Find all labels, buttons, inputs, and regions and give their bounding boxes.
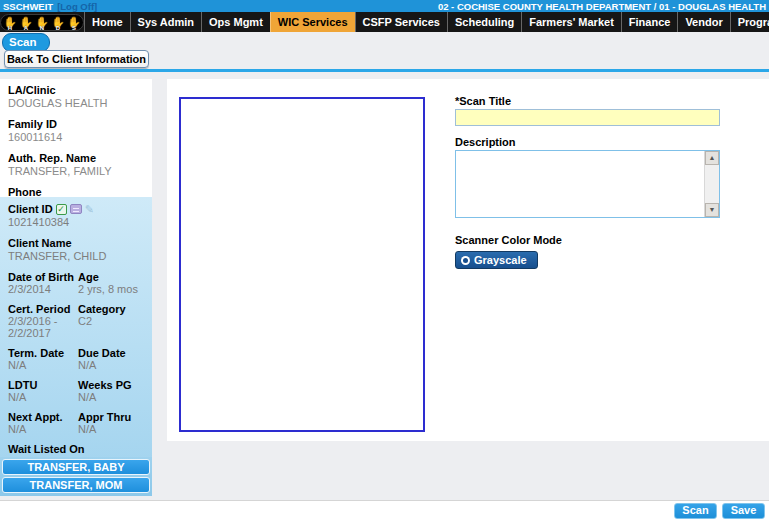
card-icon[interactable] — [70, 204, 82, 214]
scroll-up-icon[interactable]: ▲ — [705, 151, 719, 165]
auth-rep-name-field: Auth. Rep. Name TRANSFER, FAMILY — [8, 152, 152, 177]
hands-logo-oval: ✋H ✋A ✋N ✋D ✋S — [0, 14, 84, 31]
dob-age-row: Date of Birth Age 2/3/2014 2 yrs, 8 mos — [8, 271, 152, 295]
menu-program-integrity[interactable]: Program Integrity — [730, 12, 769, 32]
hand-icon: ✋S — [67, 15, 82, 30]
edit-pencil-icon[interactable]: ✎ — [85, 204, 94, 215]
back-to-client-information-button[interactable]: Back To Client Information — [4, 50, 149, 68]
menu-items: Home Sys Admin Ops Mgmt WIC Services CSF… — [84, 12, 769, 32]
menu-ops-mgmt[interactable]: Ops Mgmt — [201, 12, 270, 32]
main-menu-bar: ✋H ✋A ✋N ✋D ✋S Home Sys Admin Ops Mgmt W… — [0, 12, 769, 32]
scan-title-input[interactable] — [455, 109, 720, 126]
hand-icon: ✋N — [35, 15, 50, 30]
menu-scheduling[interactable]: Scheduling — [447, 12, 521, 32]
family-id-field: Family ID 160011614 — [8, 118, 152, 143]
log-off-link[interactable]: [Log Off] — [57, 1, 97, 12]
grayscale-mode-button[interactable]: Grayscale — [455, 251, 538, 269]
scan-button[interactable]: Scan — [674, 503, 717, 519]
logged-in-user: SSCHWEIT — [3, 1, 53, 12]
save-button[interactable]: Save — [722, 503, 765, 519]
client-detail-panel: Client ID ✓ ✎ 1021410384 Client Name TRA… — [0, 197, 152, 496]
scan-preview-area — [179, 97, 425, 432]
hand-icon: ✋H — [3, 15, 18, 30]
family-member-transfer-mom-button[interactable]: TRANSFER, MOM — [2, 477, 150, 493]
radio-selected-icon — [461, 256, 470, 265]
nextappt-apprthru-row: Next Appt. Appr Thru N/A N/A — [8, 411, 152, 435]
scan-title-label: *Scan Title — [455, 95, 720, 107]
divider — [0, 69, 769, 72]
cert-period-category-row: Cert. Period Category 2/3/2016 - 2/2/201… — [8, 303, 152, 339]
description-textarea[interactable] — [456, 151, 705, 217]
client-id-field: Client ID ✓ ✎ 1021410384 — [8, 203, 152, 228]
term-due-date-row: Term. Date Due Date N/A N/A — [8, 347, 152, 371]
footer-action-bar: Scan Save — [0, 500, 769, 520]
description-label: Description — [455, 136, 720, 148]
hand-icon: ✋D — [51, 15, 66, 30]
hands-logo: ✋H ✋A ✋N ✋D ✋S — [0, 12, 84, 32]
scan-content-panel: *Scan Title Description ▲ ▼ Scanner Colo… — [167, 79, 769, 441]
menu-farmers-market[interactable]: Farmers' Market — [521, 12, 621, 32]
scanner-color-mode-label: Scanner Color Mode — [455, 234, 720, 246]
menu-home[interactable]: Home — [84, 12, 130, 32]
ldtu-weekspg-row: LDTU Weeks PG N/A N/A — [8, 379, 152, 403]
hand-icon: ✋A — [19, 15, 34, 30]
menu-wic-services[interactable]: WIC Services — [270, 12, 355, 32]
checkbox-icon[interactable]: ✓ — [56, 204, 67, 215]
menu-finance[interactable]: Finance — [621, 12, 678, 32]
scroll-down-icon[interactable]: ▼ — [705, 203, 719, 217]
la-clinic-field: LA/Clinic DOUGLAS HEALTH — [8, 84, 152, 109]
title-bar: SSCHWEIT [Log Off] 02 - COCHISE COUNTY H… — [0, 0, 769, 12]
family-member-transfer-baby-button[interactable]: TRANSFER, BABY — [2, 459, 150, 475]
menu-csfp-services[interactable]: CSFP Services — [355, 12, 447, 32]
client-name-field: Client Name TRANSFER, CHILD — [8, 237, 152, 262]
agency-title: 02 - COCHISE COUNTY HEALTH DEPARTMENT / … — [438, 1, 766, 12]
textarea-scrollbar[interactable]: ▲ ▼ — [704, 151, 719, 217]
menu-sys-admin[interactable]: Sys Admin — [130, 12, 201, 32]
family-member-buttons: TRANSFER, BABY TRANSFER, MOM — [0, 457, 152, 496]
menu-vendor[interactable]: Vendor — [677, 12, 729, 32]
